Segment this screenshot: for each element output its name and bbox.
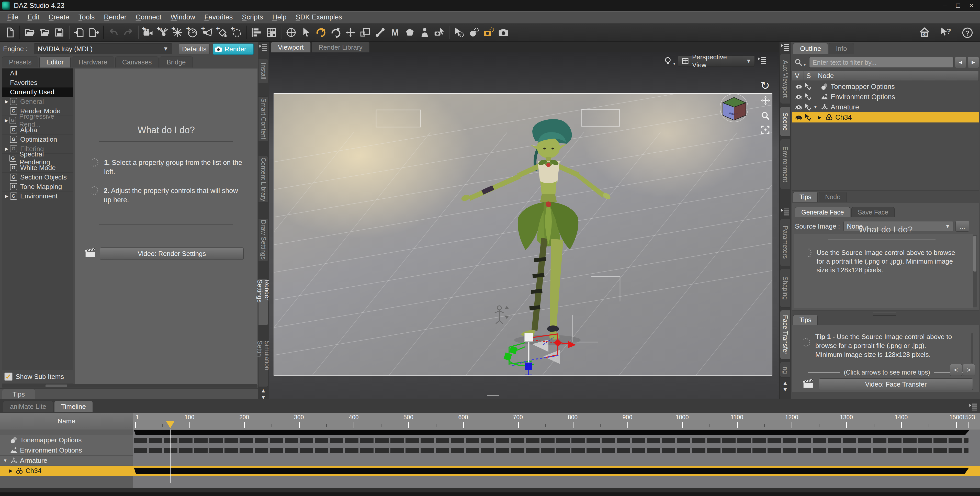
- previous-tip-button[interactable]: <: [950, 364, 962, 376]
- visibility-eye-icon[interactable]: [795, 103, 803, 111]
- dock-tab-shaping[interactable]: Shaping: [780, 269, 790, 308]
- expander-icon[interactable]: ▶: [9, 468, 13, 474]
- save-file-button[interactable]: [52, 25, 67, 40]
- dock-tab-smart-content[interactable]: Smart Content: [258, 96, 269, 141]
- selectable-cursor-icon[interactable]: [804, 113, 812, 121]
- undo-button[interactable]: [106, 25, 121, 40]
- group-section-objects[interactable]: GSection Objects: [2, 173, 73, 182]
- pointer-tool-button[interactable]: [299, 25, 313, 40]
- tab-save-face[interactable]: Save Face: [851, 207, 895, 217]
- engine-dropdown[interactable]: NVIDIA Iray (MDL) ▼: [34, 43, 172, 54]
- playhead-marker[interactable]: [166, 421, 174, 428]
- next-tip-button[interactable]: >: [963, 364, 975, 376]
- viewport-pane-menu-icon[interactable]: [758, 56, 767, 65]
- horizontal-scrollbar[interactable]: [2, 384, 257, 388]
- group-general[interactable]: ▶GGeneral: [2, 97, 73, 107]
- dock-tab-face-transfer[interactable]: Face Transfer: [780, 310, 790, 359]
- pane-menu-icon[interactable]: [259, 43, 268, 52]
- render-settings-shortcut-button[interactable]: [481, 25, 496, 40]
- timeline-row-environment-options[interactable]: Environment Options: [0, 445, 133, 456]
- new-distant-light-button[interactable]: [156, 25, 170, 40]
- dock-tab-parameters[interactable]: Parameters: [780, 219, 790, 266]
- selectable-cursor-icon[interactable]: [804, 83, 812, 91]
- camera-view-dropdown[interactable]: Perspective View ▼: [678, 56, 755, 67]
- new-paint-bucket-button[interactable]: [215, 25, 230, 40]
- menu-help[interactable]: Help: [268, 13, 291, 21]
- universal-tool-button[interactable]: [284, 25, 299, 40]
- node-list-view-button[interactable]: [249, 25, 264, 40]
- dock-tab-render-settings[interactable]: Render Settings: [258, 279, 269, 325]
- group-all[interactable]: All: [2, 68, 73, 78]
- scene-node-armature[interactable]: ▼Armature: [792, 102, 979, 112]
- group-alpha[interactable]: GAlpha: [2, 125, 73, 135]
- expand-icon[interactable]: ▶: [3, 118, 10, 123]
- filter-prev-button[interactable]: ◄: [955, 57, 966, 68]
- menu-scripts[interactable]: Scripts: [237, 13, 268, 21]
- selectable-cursor-icon[interactable]: [804, 93, 812, 101]
- group-progressive-rend-[interactable]: ▶GProgressive Rend...: [2, 116, 73, 125]
- view-cube[interactable]: Front: [718, 92, 751, 123]
- pane-menu-icon[interactable]: [781, 207, 789, 216]
- menu-file[interactable]: File: [3, 13, 23, 21]
- timeline-pane-menu-icon[interactable]: [969, 402, 978, 411]
- filter-next-button[interactable]: ►: [968, 57, 979, 68]
- camera-shortcut-button[interactable]: [496, 25, 511, 40]
- column-node[interactable]: Node: [815, 71, 979, 81]
- whats-this-help-button[interactable]: ?: [939, 25, 953, 40]
- tab-tips[interactable]: Tips: [2, 389, 35, 399]
- tab-timeline[interactable]: Timeline: [54, 401, 93, 412]
- help-button[interactable]: ?: [960, 25, 975, 40]
- redo-button[interactable]: [121, 25, 136, 40]
- dock-tab-install[interactable]: Install: [258, 59, 269, 83]
- open-file-button[interactable]: [22, 25, 37, 40]
- new-spotlight-button[interactable]: [200, 25, 215, 40]
- keyframe-track[interactable]: [134, 438, 969, 443]
- vertical-scrollbar[interactable]: [973, 235, 977, 307]
- menu-favorites[interactable]: Favorites: [200, 13, 237, 21]
- panel-splitter[interactable]: [873, 312, 896, 316]
- tab-canvases[interactable]: Canvases: [115, 57, 159, 67]
- open-recent-button[interactable]: [37, 25, 52, 40]
- dock-tab-draw-settings[interactable]: Draw Settings: [258, 218, 269, 261]
- pointer-settings-button[interactable]: [452, 25, 467, 40]
- rotate-tool-button[interactable]: [328, 25, 343, 40]
- scene-node-ch34[interactable]: ▶Ch34: [792, 112, 979, 122]
- tab-tips[interactable]: Tips: [793, 315, 818, 325]
- dock-tab-scene[interactable]: Scene: [780, 107, 790, 137]
- close-button[interactable]: ×: [965, 0, 978, 10]
- scrollbar-thumb[interactable]: [46, 385, 67, 387]
- pan-icon[interactable]: [760, 95, 771, 106]
- column-visibility[interactable]: V: [792, 71, 804, 81]
- column-selectability[interactable]: S: [804, 71, 815, 81]
- menu-edit[interactable]: Edit: [23, 13, 44, 21]
- tab-hardware[interactable]: Hardware: [72, 57, 114, 67]
- menu-render[interactable]: Render: [99, 13, 131, 21]
- timeline-row-armature[interactable]: ▼Armature: [0, 456, 133, 466]
- group-white-mode[interactable]: GWhite Mode: [2, 163, 73, 173]
- scene-node-tonemapper-options[interactable]: Tonemapper Options: [792, 81, 979, 92]
- group-currently-used[interactable]: Currently Used: [2, 87, 73, 97]
- tab-render-library[interactable]: Render Library: [312, 42, 369, 52]
- zoom-icon[interactable]: [760, 111, 770, 121]
- visibility-eye-icon[interactable]: [795, 113, 803, 121]
- scroll-up-icon[interactable]: ▲: [782, 380, 788, 386]
- scale-tool-button[interactable]: [358, 25, 373, 40]
- tab-outline[interactable]: Outline: [793, 43, 828, 54]
- pane-menu-icon[interactable]: [781, 43, 789, 51]
- tab-presets[interactable]: Presets: [2, 57, 38, 67]
- tab-bridge[interactable]: Bridge: [159, 57, 192, 67]
- menu-sdk-examples[interactable]: SDK Examples: [291, 13, 347, 21]
- maximize-button[interactable]: □: [951, 0, 965, 10]
- frame-view-icon[interactable]: [760, 125, 770, 135]
- new-file-button[interactable]: [3, 25, 18, 40]
- scene-node-environment-options[interactable]: Environment Options: [792, 92, 979, 102]
- dock-tab-aux-viewport[interactable]: Aux Viewport: [780, 54, 790, 104]
- geometry-editor-tool-button[interactable]: [402, 25, 417, 40]
- show-sub-items-checkbox[interactable]: ✓: [4, 372, 13, 381]
- expand-icon[interactable]: ▶: [3, 194, 10, 199]
- group-optimization[interactable]: GOptimization: [2, 135, 73, 144]
- scroll-down-icon[interactable]: ▼: [782, 386, 788, 393]
- scroll-up-icon[interactable]: ▲: [261, 387, 266, 394]
- tips-scrollbar[interactable]: [971, 333, 974, 364]
- defaults-button[interactable]: Defaults: [179, 43, 210, 55]
